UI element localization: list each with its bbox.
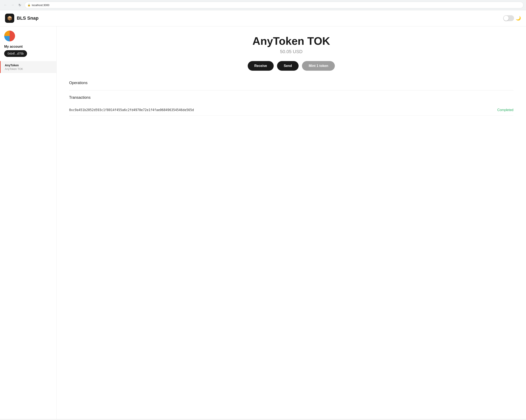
logo-icon: 📦 — [7, 16, 12, 21]
back-button[interactable]: ← — [2, 2, 8, 8]
operations-section: Operations — [69, 81, 514, 85]
table-row: 0xc9a451b2052d593c1f8014f455a6c2fd4970e7… — [69, 105, 514, 116]
reload-button[interactable]: ↻ — [17, 2, 23, 8]
nav-buttons: ← → ↻ — [2, 2, 23, 8]
sidebar: My account 0xb4f...d75b AnyToken AnyToke… — [0, 26, 57, 419]
account-address-badge[interactable]: 0xb4f...d75b — [4, 50, 27, 57]
moon-icon: 🌙 — [516, 16, 521, 21]
logo-area: 📦 BLS Snap — [5, 14, 39, 23]
token-title: AnyToken TOK — [69, 35, 514, 47]
transactions-section: Transactions 0xc9a451b2052d593c1f8014f45… — [69, 95, 514, 116]
sidebar-item-name: AnyToken — [5, 64, 52, 67]
account-label: My account — [4, 45, 56, 49]
section-divider — [69, 90, 514, 90]
main-content: AnyToken TOK 50.05 USD Receive Send Mint… — [57, 26, 526, 419]
app-body: My account 0xb4f...d75b AnyToken AnyToke… — [0, 26, 526, 419]
app-footer: powered by METAMASK — [0, 419, 526, 420]
transaction-hash: 0xc9a451b2052d593c1f8014f455a6c2fd4970e7… — [69, 108, 194, 112]
app-logo: 📦 — [5, 14, 14, 23]
sidebar-item-anytoken[interactable]: AnyToken AnyToken TOK — [0, 61, 56, 73]
forward-button[interactable]: → — [10, 2, 16, 8]
token-balance: 50.05 USD — [69, 49, 514, 54]
address-bar[interactable]: 🔒 localhost:3000 — [25, 2, 524, 8]
avatar-circle — [4, 30, 15, 41]
status-badge: Completed — [497, 108, 514, 112]
mint-button[interactable]: Mint 1 token — [302, 61, 335, 71]
app-header: 📦 BLS Snap 🌙 — [0, 10, 526, 26]
lock-icon: 🔒 — [27, 4, 30, 7]
sidebar-item-sub: AnyToken TOK — [5, 67, 52, 70]
action-buttons: Receive Send Mint 1 token — [69, 61, 514, 71]
app-title: BLS Snap — [17, 15, 39, 21]
theme-toggle: 🌙 — [503, 15, 521, 21]
url-text: localhost:3000 — [32, 4, 50, 7]
transactions-label: Transactions — [69, 95, 514, 100]
account-avatar — [4, 30, 15, 41]
theme-toggle-switch[interactable] — [503, 15, 514, 21]
receive-button[interactable]: Receive — [248, 61, 274, 71]
send-button[interactable]: Send — [277, 61, 299, 71]
operations-label: Operations — [69, 81, 514, 85]
browser-chrome: ← → ↻ 🔒 localhost:3000 — [0, 0, 526, 10]
toggle-knob — [504, 16, 509, 21]
